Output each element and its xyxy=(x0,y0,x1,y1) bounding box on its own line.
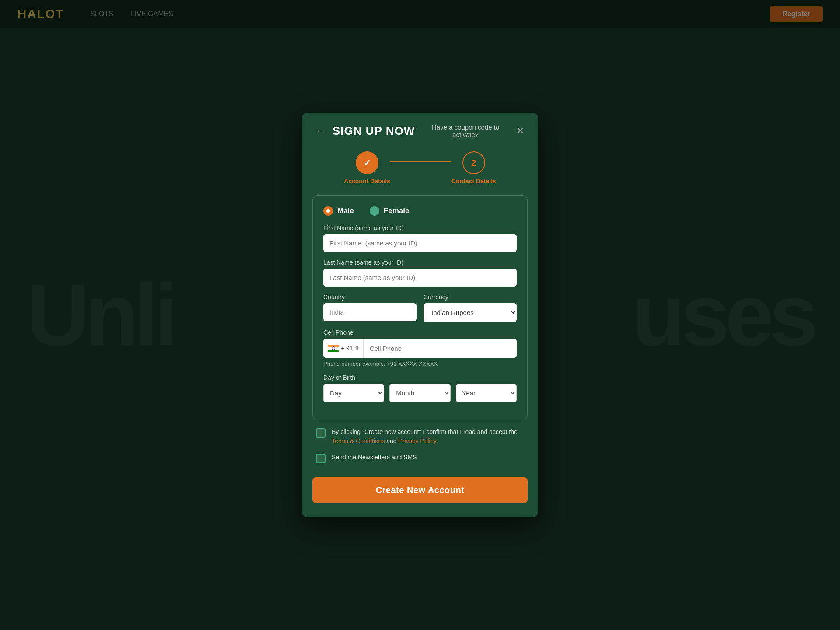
privacy-link[interactable]: Privacy Policy xyxy=(399,438,437,444)
last-name-label: Last Name (same as your ID) xyxy=(323,259,517,266)
phone-hint: Phone number example: +91 XXXXX XXXXX xyxy=(323,360,517,367)
male-radio[interactable] xyxy=(323,206,333,216)
currency-select[interactable]: Indian Rupees xyxy=(424,303,517,322)
country-input[interactable] xyxy=(323,303,416,321)
phone-group: Cell Phone + 91 ⇅ xyxy=(323,329,517,367)
form-card: Male Female First Name (same as your ID)… xyxy=(312,195,528,420)
gender-male-option[interactable]: Male xyxy=(323,206,354,216)
modal-header: ← SIGN UP NOW Have a coupon code to acti… xyxy=(302,113,538,147)
step-1: ✓ Account Details xyxy=(344,151,390,185)
phone-input[interactable] xyxy=(364,340,517,357)
step-connector xyxy=(390,161,452,162)
phone-arrows-icon: ⇅ xyxy=(355,346,359,351)
back-button[interactable]: ← xyxy=(316,126,326,136)
phone-label: Cell Phone xyxy=(323,329,517,336)
signup-modal: ← SIGN UP NOW Have a coupon code to acti… xyxy=(302,113,538,517)
terms-checkbox-row: By clicking "Create new account" I confi… xyxy=(316,427,524,446)
step-1-label: Account Details xyxy=(344,178,390,185)
male-radio-inner xyxy=(326,209,330,213)
country-group: Country xyxy=(323,294,416,322)
dob-month-select[interactable]: Month xyxy=(389,384,450,402)
create-account-button[interactable]: Create New Account xyxy=(312,477,528,503)
currency-label: Currency xyxy=(424,294,517,301)
modal-backdrop: ← SIGN UP NOW Have a coupon code to acti… xyxy=(0,0,840,630)
female-label: Female xyxy=(384,206,410,215)
stepper: ✓ Account Details 2 Contact Details xyxy=(302,147,538,195)
terms-prefix: By clicking "Create new account" I confi… xyxy=(332,428,518,435)
newsletter-checkbox[interactable] xyxy=(316,454,326,463)
last-name-group: Last Name (same as your ID) xyxy=(323,259,517,287)
first-name-group: First Name (same as your ID) xyxy=(323,224,517,252)
phone-code: + 91 xyxy=(341,345,353,352)
checkbox-section: By clicking "Create new account" I confi… xyxy=(302,420,538,474)
terms-link[interactable]: Terms & Conditions xyxy=(332,438,385,444)
step-2-label: Contact Details xyxy=(452,178,496,185)
first-name-input[interactable] xyxy=(323,234,517,252)
dob-group: Day of Birth Day Month Year xyxy=(323,374,517,402)
newsletter-checkbox-row: Send me Newsletters and SMS xyxy=(316,453,524,463)
terms-and: and xyxy=(385,438,398,444)
terms-checkbox[interactable] xyxy=(316,428,326,438)
currency-group: Currency Indian Rupees xyxy=(424,294,517,322)
step-1-circle: ✓ xyxy=(356,151,378,174)
gender-row: Male Female xyxy=(323,206,517,216)
close-button[interactable]: ✕ xyxy=(516,126,524,136)
dob-label: Day of Birth xyxy=(323,374,517,381)
dob-row: Day Month Year xyxy=(323,384,517,402)
flag-green xyxy=(328,350,339,352)
last-name-input[interactable] xyxy=(323,269,517,287)
male-label: Male xyxy=(337,206,354,215)
dob-year-select[interactable]: Year xyxy=(456,384,517,402)
step-2: 2 Contact Details xyxy=(452,151,496,185)
newsletter-label: Send me Newsletters and SMS xyxy=(332,453,417,462)
phone-input-wrapper: + 91 ⇅ xyxy=(323,339,517,358)
country-currency-row: Country Currency Indian Rupees xyxy=(323,294,517,329)
modal-title: SIGN UP NOW xyxy=(332,124,415,138)
india-flag-icon xyxy=(328,345,339,352)
first-name-label: First Name (same as your ID) xyxy=(323,224,517,231)
terms-text: By clicking "Create new account" I confi… xyxy=(332,427,524,446)
coupon-link[interactable]: Have a coupon code to activate? xyxy=(422,123,509,138)
gender-female-option[interactable]: Female xyxy=(370,206,410,216)
country-label: Country xyxy=(323,294,416,301)
step-2-circle: 2 xyxy=(462,151,485,174)
phone-flag[interactable]: + 91 ⇅ xyxy=(323,339,364,358)
female-radio[interactable] xyxy=(370,206,379,216)
dob-day-select[interactable]: Day xyxy=(323,384,384,402)
